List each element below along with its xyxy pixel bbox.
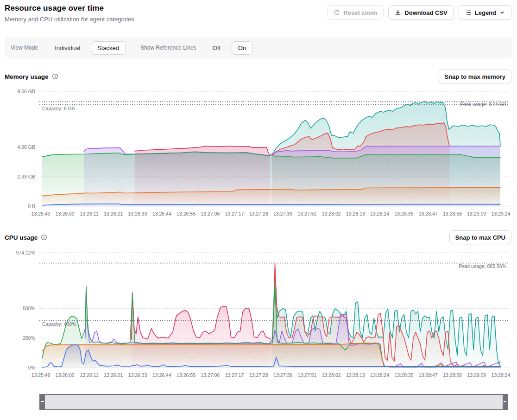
chart-controls-bar: View Mode Individual Stacked Show Refere… (5, 38, 512, 58)
x-axis-tick-label: 13:27:39 (273, 372, 292, 378)
x-axis-tick-label: 13:28:24 (370, 372, 389, 378)
x-axis-tick-label: 13:26:55 (177, 372, 195, 378)
legend-list-icon (465, 9, 472, 16)
time-range-brush[interactable] (39, 394, 508, 410)
view-mode-individual[interactable]: Individual (48, 41, 87, 55)
x-axis-tick-label: 13:27:51 (297, 372, 316, 378)
view-mode-stacked[interactable]: Stacked (91, 41, 126, 55)
page-subtitle: Memory and CPU utilization for agent cat… (5, 16, 134, 23)
x-axis-tick-label: 13:28:24 (370, 211, 389, 216)
x-axis-tick-label: 13:28:02 (322, 372, 341, 378)
x-axis-tick-label: 13:28:35 (395, 211, 414, 216)
info-icon[interactable] (52, 73, 58, 80)
x-axis-tick-label: 13:27:28 (249, 372, 268, 378)
info-icon[interactable] (41, 234, 47, 241)
x-axis-tick-label: 13:26:11 (80, 211, 98, 216)
y-axis-tick-label: 9.06 GB (17, 89, 35, 94)
reference-lines-off[interactable]: Off (206, 41, 227, 55)
x-axis-tick-label: 13:28:47 (419, 372, 438, 378)
reference-line-label: Peak usage: 8.24 GB (460, 102, 506, 107)
x-axis-tick-label: 13:27:51 (297, 211, 316, 216)
cpu-chart-svg: 974.12%500%250%0%13:25:4913:26:0013:26:1… (0, 247, 517, 382)
refresh-icon (334, 9, 340, 16)
x-axis-tick-label: 13:27:28 (249, 211, 268, 216)
snap-to-max-memory-button[interactable]: Snap to max memory (439, 70, 512, 83)
x-axis-tick-label: 13:26:21 (104, 211, 123, 216)
reference-line-label: Capacity: 400% (42, 321, 76, 327)
memory-usage-title-text: Memory usage (5, 73, 49, 80)
x-axis-tick-label: 13:28:35 (395, 372, 414, 378)
show-reference-lines-label: Show Reference Lines (140, 45, 196, 51)
legend-button[interactable]: Legend (459, 5, 511, 20)
y-axis-tick-label: 2.33 GB (17, 174, 35, 179)
x-axis-tick-label: 13:25:49 (32, 372, 50, 378)
y-axis-tick-label: 4.66 GB (17, 144, 35, 150)
page-title: Resource usage over time (5, 4, 134, 13)
resource-usage-page: Resource usage over time Memory and CPU … (0, 0, 517, 420)
page-header-text: Resource usage over time Memory and CPU … (5, 4, 134, 23)
reference-lines-on[interactable]: On (232, 41, 252, 55)
chevron-down-icon (499, 10, 505, 15)
x-axis-tick-label: 13:26:33 (128, 372, 147, 378)
download-csv-button[interactable]: Download CSV (388, 5, 454, 20)
reference-line-label: Capacity: 8 GB (42, 106, 75, 111)
x-axis-tick-label: 13:27:17 (225, 372, 244, 378)
x-axis-tick-label: 13:26:55 (177, 211, 195, 216)
memory-chart[interactable]: 9.06 GB4.66 GB2.33 GB0 B13:25:4913:26:00… (0, 86, 517, 220)
cpu-usage-title-text: CPU usage (5, 234, 38, 241)
download-csv-label: Download CSV (404, 9, 447, 16)
y-axis-tick-label: 250% (23, 335, 35, 341)
x-axis-tick-label: 13:29:09 (467, 211, 486, 216)
x-axis-tick-label: 13:29:24 (492, 211, 511, 216)
download-icon (395, 9, 401, 16)
reset-zoom-label: Reset zoom (343, 9, 377, 16)
y-axis-tick-label: 500% (23, 305, 35, 311)
cpu-usage-title: CPU usage (5, 234, 47, 241)
x-axis-tick-label: 13:28:58 (443, 372, 462, 378)
memory-chart-svg: 9.06 GB4.66 GB2.33 GB0 B13:25:4913:26:00… (0, 86, 517, 220)
memory-usage-title: Memory usage (5, 73, 58, 80)
x-axis-tick-label: 13:26:11 (80, 372, 98, 378)
x-axis-tick-label: 13:28:13 (346, 211, 365, 216)
x-axis-tick-label: 13:27:39 (273, 211, 292, 216)
header-actions: Reset zoom Download CSV Legend (327, 5, 511, 20)
x-axis-tick-label: 13:26:00 (56, 372, 75, 378)
memory-section-header: Memory usage Snap to max memory (5, 69, 511, 84)
view-mode-label: View Mode (11, 45, 38, 51)
brush-handle-right[interactable] (503, 395, 507, 409)
cpu-section-header: CPU usage Snap to max CPU (5, 229, 511, 245)
x-axis-tick-label: 13:28:58 (443, 211, 462, 216)
x-axis-tick-label: 13:25:49 (32, 211, 50, 216)
snap-to-max-cpu-button[interactable]: Snap to max CPU (449, 230, 511, 244)
x-axis-tick-label: 13:27:06 (201, 372, 220, 378)
cpu-chart[interactable]: 974.12%500%250%0%13:25:4913:26:0013:26:1… (0, 247, 517, 382)
x-axis-tick-label: 13:26:44 (152, 211, 171, 216)
x-axis-tick-label: 13:28:13 (346, 372, 365, 378)
x-axis-tick-label: 13:28:02 (322, 211, 341, 216)
x-axis-tick-label: 13:27:06 (201, 211, 220, 216)
y-axis-tick-label: 974.12% (16, 250, 35, 255)
x-axis-tick-label: 13:29:09 (467, 372, 486, 378)
x-axis-tick-label: 13:27:17 (225, 211, 244, 216)
x-axis-tick-label: 13:26:21 (104, 372, 123, 378)
x-axis-tick-label: 13:26:00 (56, 211, 75, 216)
x-axis-tick-label: 13:29:24 (492, 372, 511, 378)
legend-label: Legend (475, 9, 496, 16)
x-axis-tick-label: 13:26:33 (128, 211, 147, 216)
page-header: Resource usage over time Memory and CPU … (5, 4, 511, 23)
reset-zoom-button[interactable]: Reset zoom (327, 5, 384, 20)
y-axis-tick-label: 0% (28, 365, 35, 370)
x-axis-tick-label: 13:28:47 (419, 211, 438, 216)
brush-handle-left[interactable] (40, 395, 45, 409)
y-axis-tick-label: 0 B (28, 204, 35, 209)
x-axis-tick-label: 13:26:44 (152, 372, 171, 378)
reference-line-label: Peak usage: 885.56% (459, 263, 506, 269)
